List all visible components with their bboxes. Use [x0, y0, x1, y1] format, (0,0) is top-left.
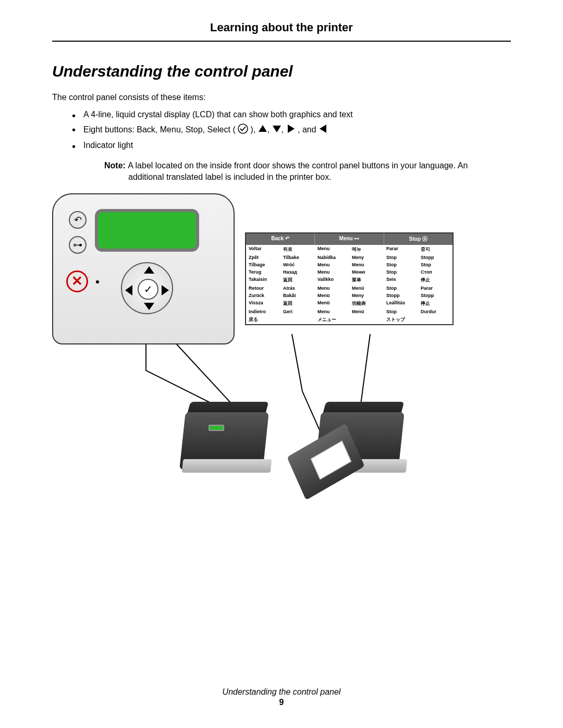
lang-cell: Menu	[315, 245, 349, 254]
arrow-right-icon	[162, 285, 169, 295]
arrow-down-icon	[272, 124, 282, 137]
lang-cell: Menu	[315, 285, 349, 292]
list-item: Indicator light	[83, 140, 511, 151]
language-label-table: Back ↶ Menu ⊶ Stop ⓧ Voltar뒤로Menu메뉴Parar…	[245, 232, 454, 325]
arrow-right-icon	[286, 124, 296, 137]
svg-marker-1	[259, 125, 267, 132]
buttons-text-m3: ,	[282, 125, 286, 134]
lang-cell: Назад	[280, 268, 315, 276]
intro-text: The control panel consists of these item…	[52, 93, 511, 102]
lang-cell: Retour	[246, 285, 280, 292]
lang-cell: Durdur	[418, 308, 452, 315]
buttons-text-m2: ,	[267, 125, 272, 134]
lang-cell: Stop	[384, 268, 418, 276]
lang-cell: Menu	[315, 308, 349, 315]
lang-cell: Geri	[280, 308, 315, 315]
lcd-screen	[95, 209, 199, 252]
lang-cell: Tilbage	[246, 261, 280, 268]
lang-cell: Meny	[349, 254, 384, 261]
lang-cell: Valikko	[315, 276, 349, 285]
stop-button-icon: ✕	[66, 270, 88, 292]
lang-cell: Menú	[349, 285, 384, 292]
back-icon: ↶	[285, 236, 289, 241]
arrow-down-icon	[144, 303, 154, 310]
lang-cell: Tilbake	[280, 254, 315, 261]
lang-cell: Stopp	[418, 292, 452, 299]
printer-open-diagram	[308, 402, 412, 480]
lang-cell: Menu	[315, 268, 349, 276]
footer-title: Understanding the control panel	[223, 687, 341, 696]
list-item: A 4-line, liquid crystal display (LCD) t…	[83, 109, 511, 120]
lang-cell: 功能表	[349, 299, 384, 308]
lang-cell: Stopp	[384, 292, 418, 299]
lang-cell: 菜单	[349, 276, 384, 285]
lang-cell: Stop	[418, 261, 452, 268]
lang-cell: 返回	[280, 299, 315, 308]
lang-cell: ストップ	[384, 315, 418, 324]
lang-cell: Takaisin	[246, 276, 280, 285]
lang-cell: Stop	[384, 254, 418, 261]
lang-cell: Parar	[384, 245, 418, 254]
lang-cell: Stopp	[418, 254, 452, 261]
printer-lcd-icon	[209, 425, 224, 431]
indicator-light	[96, 280, 99, 283]
back-button-icon: ↶	[69, 211, 87, 229]
lang-cell: 戻る	[246, 315, 280, 324]
dpad: ✓	[121, 262, 173, 314]
lang-cell: Nabídka	[315, 254, 349, 261]
lang-cell: Меню	[349, 268, 384, 276]
note-block: Note: A label located on the inside fron…	[104, 160, 500, 182]
buttons-text-m4: , and	[296, 125, 319, 134]
bullet-list: A 4-line, liquid crystal display (LCD) t…	[52, 109, 511, 151]
chapter-title: Learning about the printer	[52, 21, 511, 34]
lang-cell: Stop	[384, 285, 418, 292]
lang-cell: Wróć	[280, 261, 315, 268]
lang-cell: Menu	[349, 261, 384, 268]
lang-rows: Voltar뒤로Menu메뉴Parar중지ZpětTilbakeNabídkaM…	[246, 245, 452, 324]
arrow-left-icon	[125, 285, 132, 295]
lang-cell: メニュー	[315, 315, 349, 324]
lang-cell: 중지	[418, 245, 452, 254]
svg-marker-3	[288, 125, 295, 133]
lang-header-stop: Stop ⓧ	[384, 233, 452, 245]
lang-cell: Terug	[246, 268, 280, 276]
lang-cell	[280, 315, 315, 324]
menu-button-icon: ⊶	[69, 236, 87, 254]
lang-cell: Vissza	[246, 299, 280, 308]
lang-cell: 返回	[280, 276, 315, 285]
lang-cell: Bakåt	[280, 292, 315, 299]
lang-cell: Zurück	[246, 292, 280, 299]
lang-cell: 停止	[418, 299, 452, 308]
page-number: 9	[0, 698, 563, 707]
lang-cell	[349, 315, 384, 324]
lang-cell: Meny	[349, 292, 384, 299]
lang-cell	[418, 315, 452, 324]
lang-cell: Стоп	[418, 268, 452, 276]
lang-cell: Menu	[315, 261, 349, 268]
control-panel-diagram: ↶ ⊶ ✕ ✓	[52, 193, 235, 344]
printer-closed-diagram	[172, 402, 276, 480]
buttons-text-m1: ),	[248, 125, 258, 134]
buttons-text-pre: Eight buttons: Back, Menu, Stop, Select …	[83, 125, 238, 134]
lang-cell: Leállítás	[384, 299, 418, 308]
note-label: Note:	[104, 161, 128, 170]
lang-cell: 메뉴	[349, 245, 384, 254]
arrow-up-icon	[144, 266, 154, 274]
lang-cell: Menü	[315, 292, 349, 299]
svg-point-0	[238, 124, 248, 133]
list-item: Eight buttons: Back, Menu, Stop, Select …	[83, 124, 511, 137]
lang-cell: 뒤로	[280, 245, 315, 254]
arrow-up-icon	[258, 124, 267, 137]
select-icon	[238, 124, 248, 137]
figure-area: ↶ ⊶ ✕ ✓ Back ↶ Menu ⊶ Stop ⓧ Voltar뒤로Men…	[52, 193, 511, 579]
lang-cell: 停止	[418, 276, 452, 285]
lang-cell: Menü	[349, 308, 384, 315]
lang-cell: Atrás	[280, 285, 315, 292]
lang-cell: Seis	[384, 276, 418, 285]
menu-icon: ⊶	[354, 236, 359, 241]
lang-cell: Indietro	[246, 308, 280, 315]
lang-header-menu: Menu ⊶	[315, 233, 384, 245]
lang-cell: Voltar	[246, 245, 280, 254]
lang-cell: Zpět	[246, 254, 280, 261]
lang-cell: Stop	[384, 308, 418, 315]
